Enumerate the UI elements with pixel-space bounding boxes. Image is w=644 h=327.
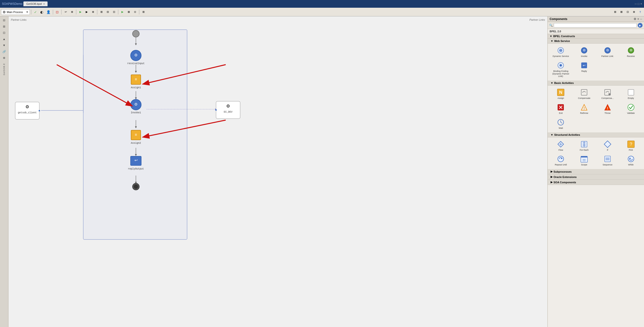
if-label: If bbox=[607, 149, 608, 151]
component-reply[interactable]: ↩ Reply bbox=[573, 60, 596, 79]
web-service-section-header[interactable]: ▼ Web Service bbox=[548, 38, 644, 44]
panel-search-bar: 🔍 ▶ bbox=[548, 22, 644, 29]
svg-point-24 bbox=[560, 64, 562, 66]
toolbar-btn-run[interactable]: ▶ bbox=[78, 9, 83, 15]
basic-activities-header[interactable]: ▼ Basic Activities bbox=[548, 80, 644, 86]
svg-rect-59 bbox=[581, 157, 588, 162]
svg-text:⚙: ⚙ bbox=[134, 53, 138, 57]
component-while[interactable]: While bbox=[620, 154, 642, 167]
active-tab[interactable]: GetSOB.bpel × bbox=[24, 1, 48, 6]
component-wait[interactable]: Wait bbox=[550, 117, 572, 130]
canvas-inner: Partner Links Partner Links bbox=[8, 16, 548, 327]
partner-link-icon: ⚙ bbox=[604, 46, 612, 54]
app-title: SOAPWSDemo bbox=[2, 2, 22, 5]
component-search-input[interactable] bbox=[554, 23, 637, 27]
vtoolbar-tri-up[interactable]: ▲ bbox=[1, 36, 7, 42]
for-each-label: For Each bbox=[580, 149, 589, 151]
svg-text:≡: ≡ bbox=[135, 133, 137, 137]
panel-close-icon[interactable]: × bbox=[637, 17, 639, 21]
svg-text:⚙: ⚙ bbox=[583, 48, 586, 52]
component-exit[interactable]: Exit bbox=[550, 102, 572, 115]
toolbar-right-btn-3[interactable]: ⊡ bbox=[625, 9, 630, 15]
panel-settings-icon[interactable]: ⚙ bbox=[634, 17, 636, 21]
toolbar-sep-3 bbox=[61, 10, 62, 14]
vtoolbar-tri-down[interactable]: ▼ bbox=[1, 42, 7, 48]
vtoolbar-expand-btn[interactable]: ⊞ bbox=[1, 24, 7, 29]
toolbar-btn-dots[interactable]: ⊕ bbox=[69, 9, 75, 15]
window-close[interactable]: × bbox=[640, 2, 642, 5]
window-maximize[interactable]: □ bbox=[638, 2, 640, 5]
svg-text:⚙: ⚙ bbox=[606, 48, 609, 52]
component-dynamic-service[interactable]: D Dynamic Service bbox=[550, 45, 572, 59]
component-binding[interactable]: Binding Finding (Dynamic Partner Link): bbox=[550, 60, 572, 79]
toolbar-btn-play[interactable]: ▶ bbox=[120, 9, 125, 15]
toolbar-help-btn[interactable]: ? bbox=[637, 9, 643, 15]
component-invoke[interactable]: ⚙ Invoke bbox=[573, 45, 596, 59]
toolbar-right-btn-4[interactable]: ⊕ bbox=[631, 9, 637, 15]
toolbar-btn-sq3[interactable]: ⊡ bbox=[111, 9, 117, 15]
component-partner-link[interactable]: ⚙ Partner Link: bbox=[596, 45, 619, 59]
subprocesses-collapse-icon: ▶ bbox=[550, 170, 552, 173]
soa-components-label: SOA Components bbox=[554, 181, 576, 184]
vtoolbar-collapse-btn[interactable]: ⊟ bbox=[1, 17, 7, 23]
toolbar-btn-arrow[interactable]: ↩ bbox=[63, 9, 68, 15]
component-rethrow[interactable]: ! Rethrow bbox=[573, 102, 596, 115]
vtoolbar-minus-btn[interactable]: ⊡ bbox=[1, 30, 7, 36]
reply-icon: ↩ bbox=[580, 61, 588, 69]
component-pick[interactable]: ? Pick bbox=[620, 139, 642, 152]
toolbar-btn-run2[interactable]: ▶ bbox=[84, 9, 90, 15]
web-service-label: Web Service bbox=[554, 39, 570, 42]
component-scope[interactable]: Scope bbox=[573, 154, 596, 167]
vtoolbar-filter-btn[interactable]: ⊕ bbox=[1, 55, 7, 61]
vtoolbar-link-btn[interactable]: 🔗 bbox=[1, 49, 7, 54]
component-if[interactable]: If bbox=[596, 139, 619, 152]
toolbar-right-btn-1[interactable]: ⊞ bbox=[612, 9, 618, 15]
component-receive[interactable]: ⚙ Receive bbox=[620, 45, 642, 59]
toolbar-btn-square[interactable]: ⊞ bbox=[98, 9, 104, 15]
subprocesses-header[interactable]: ▶ Subprocesses bbox=[548, 169, 644, 174]
toolbar-btn-person[interactable]: 👤 bbox=[45, 9, 52, 15]
toolbar-btn-sq2[interactable]: ⊟ bbox=[105, 9, 110, 15]
component-assign[interactable]: N Assign bbox=[550, 87, 572, 101]
basic-activities-items: N Assign Compensate bbox=[548, 86, 644, 132]
toolbar-validate-btn[interactable]: ✓ bbox=[32, 9, 38, 15]
toolbar-right-btn-2[interactable]: ⊠ bbox=[618, 9, 624, 15]
svg-text:DI_DEV: DI_DEV bbox=[224, 111, 232, 113]
compensate-label: Compensate bbox=[578, 97, 590, 100]
panel-minimize-icon[interactable]: ─ bbox=[640, 17, 642, 21]
toolbar-btn-cycle[interactable]: ⊙ bbox=[132, 9, 138, 15]
receive-label: Receive bbox=[627, 55, 635, 58]
structured-activities-header[interactable]: ▼ Structured Activities bbox=[548, 132, 644, 137]
component-repeat-until[interactable]: Repeat Until bbox=[550, 154, 572, 167]
bpel-constructs-header[interactable]: ▼ BPEL Constructs bbox=[548, 34, 644, 38]
tab-label: GetSOB.bpel bbox=[26, 2, 42, 5]
soa-components-header[interactable]: ▶ SOA Components bbox=[548, 180, 644, 185]
panel-title: Components bbox=[550, 17, 567, 21]
window-minimize[interactable]: ─ bbox=[634, 2, 637, 5]
toolbar-btn-deploy[interactable]: ⊞ bbox=[140, 9, 146, 15]
component-sequence[interactable]: Sequence bbox=[596, 154, 619, 167]
search-go-btn[interactable]: ▶ bbox=[638, 23, 642, 28]
svg-text:Invoke1: Invoke1 bbox=[131, 111, 141, 114]
component-compensate[interactable]: Compensate bbox=[573, 87, 596, 101]
end-node-inner bbox=[134, 184, 138, 189]
toolbar-sep-5 bbox=[97, 10, 97, 14]
components-panel: Components ⚙ × ─ 🔍 ▶ BPEL 2.0 ▼ BPEL Con… bbox=[548, 16, 644, 327]
toolbar-btn-5[interactable]: ⊕ bbox=[90, 9, 96, 15]
component-throw[interactable]: ! Throw bbox=[596, 102, 619, 115]
toolbar-btn-stop[interactable]: ⊠ bbox=[126, 9, 132, 15]
process-dropdown[interactable]: ⚙ Main Process ▼ bbox=[1, 9, 30, 15]
binding-label: Binding Finding (Dynamic Partner Link): bbox=[550, 70, 571, 78]
component-empty[interactable]: Empty bbox=[620, 87, 642, 101]
toolbar-btn-2[interactable]: ◐ bbox=[39, 9, 45, 15]
oracle-extensions-header[interactable]: ▶ Oracle Extensions bbox=[548, 174, 644, 180]
svg-text:Assign2: Assign2 bbox=[131, 142, 141, 144]
toolbar-btn-red[interactable]: ⊡ bbox=[54, 9, 60, 15]
component-flow[interactable]: Flow bbox=[550, 139, 572, 152]
component-validate[interactable]: Validate bbox=[620, 102, 642, 115]
component-compensa-scope[interactable]: Compensa... bbox=[596, 87, 619, 101]
compensa-scope-label: Compensa... bbox=[601, 97, 614, 100]
component-for-each[interactable]: For Each bbox=[573, 139, 596, 152]
process-label: Main Process bbox=[7, 10, 23, 13]
tab-close-btn[interactable]: × bbox=[44, 3, 45, 5]
